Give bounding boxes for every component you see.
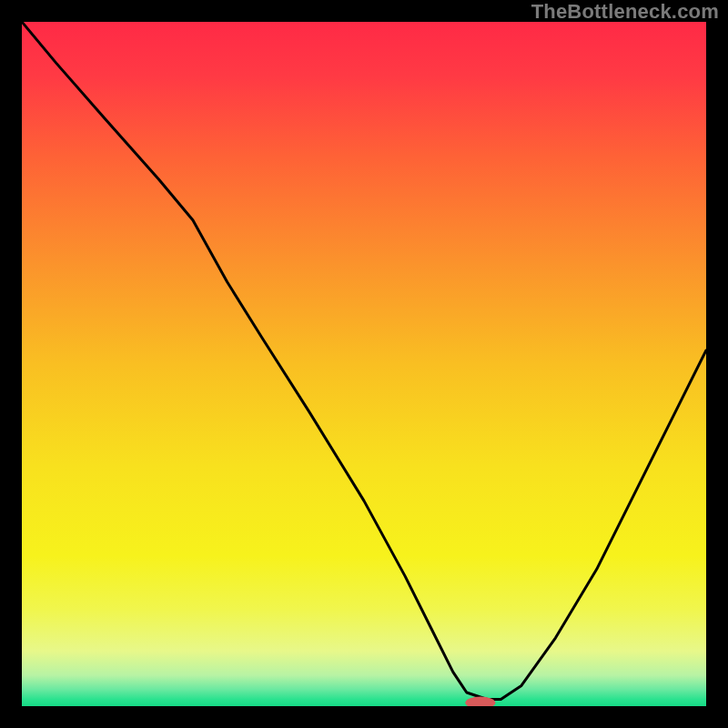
chart-svg <box>22 22 706 706</box>
plot-area <box>22 22 706 706</box>
gradient-background <box>22 22 706 706</box>
chart-frame: TheBottleneck.com <box>0 0 728 728</box>
watermark-text: TheBottleneck.com <box>531 0 719 24</box>
